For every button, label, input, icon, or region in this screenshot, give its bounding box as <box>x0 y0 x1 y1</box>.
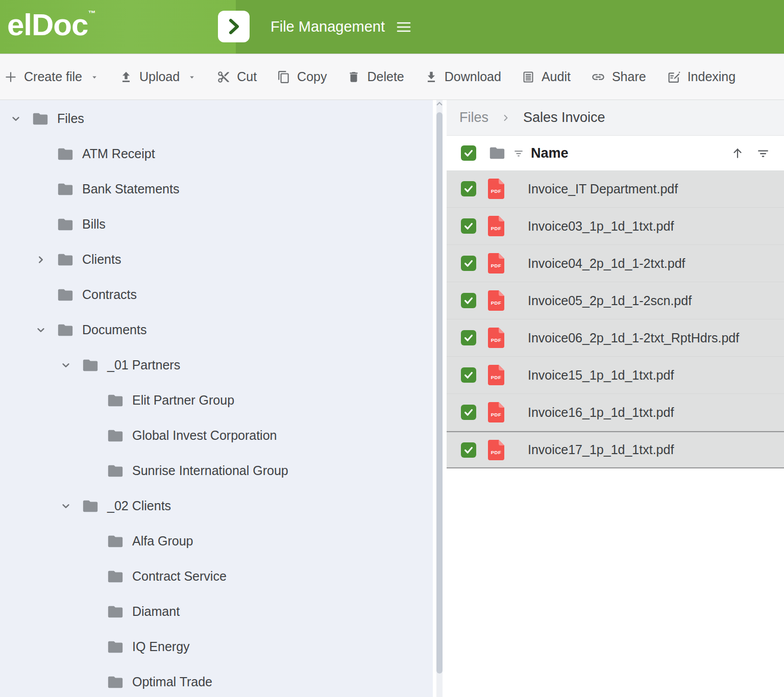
tree-item-label: ATM Receipt <box>82 146 155 161</box>
sort-ascending-icon[interactable] <box>731 146 744 160</box>
toolbar-button-cut[interactable]: Cut <box>217 69 257 84</box>
row-checkbox[interactable] <box>461 367 476 383</box>
row-checkbox[interactable] <box>461 442 476 458</box>
tree-item-elit-partner-group[interactable]: Elit Partner Group <box>0 383 433 418</box>
file-row[interactable]: PDFInvoice04_2p_1d_1-2txt.pdf <box>447 245 784 282</box>
file-row[interactable]: PDFInvoice17_1p_1d_1txt.pdf <box>447 431 784 468</box>
tree-item-label: _02 Clients <box>107 499 171 513</box>
row-checkbox[interactable] <box>461 405 476 420</box>
tree-item-label: Alfa Group <box>132 534 193 549</box>
toolbar-button-label: Copy <box>297 69 327 84</box>
scroll-up-arrow-icon[interactable] <box>436 101 443 107</box>
tree-item-label: Diamant <box>132 604 180 619</box>
pdf-file-icon: PDF <box>488 365 504 385</box>
row-checkbox[interactable] <box>461 218 476 234</box>
breadcrumb-current: Sales Invoice <box>523 110 605 126</box>
file-row[interactable]: PDFInvoice05_2p_1d_1-2scn.pdf <box>447 282 784 319</box>
row-checkbox[interactable] <box>461 181 476 196</box>
row-checkbox[interactable] <box>461 256 476 271</box>
tree-item-contract-service[interactable]: Contract Service <box>0 559 433 594</box>
tree-item-02-clients[interactable]: _02 Clients <box>0 488 433 524</box>
hamburger-menu-icon[interactable] <box>396 20 411 34</box>
toolbar-button-create-file[interactable]: Create file <box>4 69 99 84</box>
toolbar-button-indexing[interactable]: Indexing <box>667 69 736 84</box>
scrollbar-thumb[interactable] <box>436 112 443 674</box>
pdf-file-icon: PDF <box>488 440 504 460</box>
file-row[interactable]: PDFInvoice03_1p_1d_1txt.pdf <box>447 208 784 245</box>
toolbar-button-label: Indexing <box>688 69 736 84</box>
folder-icon <box>57 252 74 267</box>
filter-icon[interactable] <box>756 146 770 160</box>
folder-icon <box>488 145 506 161</box>
tree-item-sunrise-international-group[interactable]: Sunrise International Group <box>0 453 433 488</box>
column-filter-icon[interactable] <box>513 147 524 159</box>
toolbar-button-label: Download <box>445 69 501 84</box>
tree-item-documents[interactable]: Documents <box>0 312 433 347</box>
toolbar-button-download[interactable]: Download <box>425 69 501 84</box>
tree-item-label: Optimal Trade <box>132 675 212 689</box>
tree-item-label: Clients <box>82 252 121 267</box>
tree-item-bank-statements[interactable]: Bank Statements <box>0 171 433 207</box>
svg-text:PDF: PDF <box>491 337 502 343</box>
tree-item-01-partners[interactable]: _01 Partners <box>0 347 433 383</box>
main-area: FilesATM ReceiptBank StatementsBillsClie… <box>0 100 784 697</box>
tree-item-clients[interactable]: Clients <box>0 242 433 277</box>
file-row[interactable]: PDFInvoice06_2p_1d_1-2txt_RptHdrs.pdf <box>447 319 784 357</box>
folder-icon <box>57 146 74 162</box>
svg-text:PDF: PDF <box>491 300 502 306</box>
toolbar-button-upload[interactable]: Upload <box>119 69 197 84</box>
trash-icon <box>347 70 360 84</box>
breadcrumb: Files Sales Invoice <box>447 100 784 136</box>
breadcrumb-root-link[interactable]: Files <box>459 110 488 126</box>
tree-item-files[interactable]: Files <box>0 101 433 136</box>
folder-icon <box>82 499 99 514</box>
module-launcher-button[interactable] <box>218 11 250 42</box>
tree-item-label: Contract Service <box>132 569 227 584</box>
tree-item-atm-receipt[interactable]: ATM Receipt <box>0 136 433 171</box>
tree-item-label: Files <box>57 111 84 126</box>
file-row[interactable]: PDFInvoice16_1p_1d_1txt.pdf <box>447 394 784 431</box>
toolbar-button-label: Cut <box>237 69 257 84</box>
tree-item-iq-energy[interactable]: IQ Energy <box>0 629 433 664</box>
name-column-header[interactable]: Name <box>531 145 569 161</box>
row-checkbox[interactable] <box>461 330 476 345</box>
tree-item-global-invest-corporation[interactable]: Global Invest Corporation <box>0 418 433 453</box>
svg-text:PDF: PDF <box>491 263 502 268</box>
tree-item-label: Contracts <box>82 287 137 302</box>
file-row[interactable]: PDFInvoice15_1p_1d_1txt.pdf <box>447 357 784 394</box>
folder-icon <box>107 604 124 619</box>
tree-item-optimal-trade[interactable]: Optimal Trade <box>0 664 433 697</box>
toolbar-button-copy[interactable]: Copy <box>277 69 327 84</box>
file-name: Invoice04_2p_1d_1-2txt.pdf <box>528 256 685 271</box>
file-name: Invoice05_2p_1d_1-2scn.pdf <box>528 293 692 308</box>
select-all-checkbox[interactable] <box>461 145 476 161</box>
module-title: File Management <box>271 18 385 35</box>
pdf-file-icon: PDF <box>488 402 504 422</box>
folder-icon <box>107 639 124 655</box>
tree-scrollbar <box>433 100 447 697</box>
toolbar-button-delete[interactable]: Delete <box>347 69 404 84</box>
pdf-file-icon: PDF <box>488 253 504 273</box>
folder-icon <box>57 182 74 197</box>
indexing-icon <box>667 70 681 84</box>
folder-icon <box>32 111 49 127</box>
tree-item-label: Bills <box>82 217 106 232</box>
toolbar-button-share[interactable]: Share <box>591 69 646 84</box>
tree-item-label: Documents <box>82 322 146 337</box>
folder-icon <box>107 463 124 479</box>
tree-item-alfa-group[interactable]: Alfa Group <box>0 524 433 559</box>
toolbar-button-label: Audit <box>542 69 571 84</box>
file-list: PDFInvoice_IT Department.pdfPDFInvoice03… <box>447 170 784 468</box>
toolbar-button-audit[interactable]: Audit <box>522 69 571 84</box>
file-name: Invoice_IT Department.pdf <box>528 182 678 196</box>
row-checkbox[interactable] <box>461 293 476 308</box>
svg-text:PDF: PDF <box>491 375 502 380</box>
tree-item-bills[interactable]: Bills <box>0 207 433 242</box>
app-header: elDoc™ File Management <box>0 0 784 54</box>
copy-icon <box>277 70 290 84</box>
file-row[interactable]: PDFInvoice_IT Department.pdf <box>447 170 784 208</box>
tree-item-contracts[interactable]: Contracts <box>0 277 433 312</box>
folder-icon <box>107 393 124 408</box>
tree-item-diamant[interactable]: Diamant <box>0 594 433 629</box>
toolbar-button-label: Create file <box>24 69 82 84</box>
